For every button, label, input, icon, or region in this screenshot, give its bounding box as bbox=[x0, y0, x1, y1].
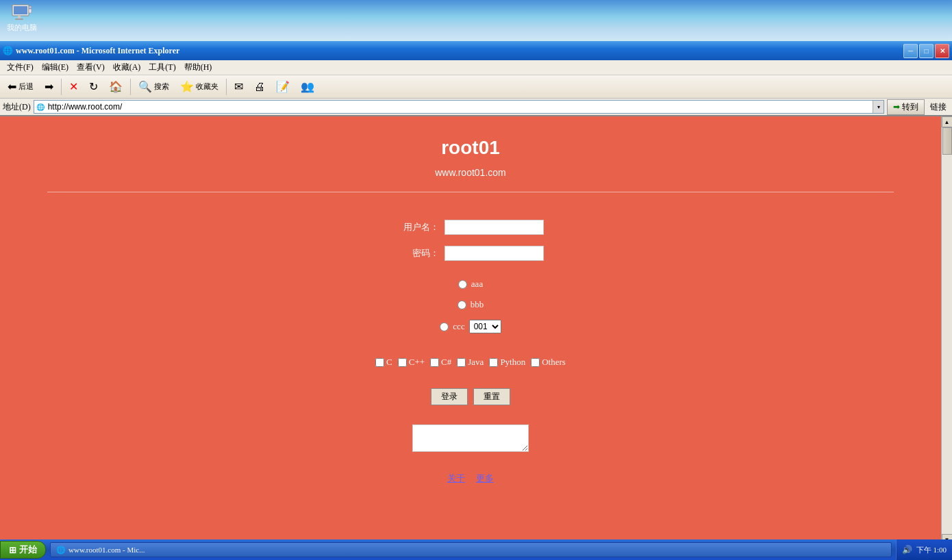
taskbar-tray: 🔊 下午 1:00 bbox=[896, 539, 952, 560]
message-textarea[interactable] bbox=[412, 424, 529, 452]
checkbox-java[interactable] bbox=[457, 358, 466, 367]
taskbar-items: 🌐 www.root01.com - Mic... bbox=[46, 542, 896, 557]
radio-aaa-label: aaa bbox=[471, 279, 483, 290]
scrollbar-thumb[interactable] bbox=[942, 127, 952, 155]
svg-rect-3 bbox=[15, 18, 23, 20]
cb-c-text: C bbox=[386, 357, 392, 368]
go-button[interactable]: ➡ 转到 bbox=[887, 99, 925, 115]
print-button[interactable]: 🖨 bbox=[249, 78, 270, 96]
print-icon: 🖨 bbox=[254, 81, 265, 93]
address-dropdown[interactable]: ▾ bbox=[873, 101, 884, 113]
address-ie-icon: 🌐 bbox=[34, 101, 47, 113]
checkbox-cs[interactable] bbox=[430, 358, 439, 367]
title-bar-text: www.root01.com - Microsoft Internet Expl… bbox=[16, 46, 179, 56]
cb-python-text: Python bbox=[500, 357, 525, 368]
login-button[interactable]: 登录 bbox=[431, 388, 468, 405]
stop-button[interactable]: ✕ bbox=[64, 77, 83, 96]
links-row: 关于 更多 bbox=[447, 472, 494, 485]
menu-file[interactable]: 文件(F) bbox=[3, 60, 38, 75]
menu-help[interactable]: 帮助(H) bbox=[180, 60, 216, 75]
clock: 下午 1:00 bbox=[916, 545, 947, 555]
refresh-button[interactable]: ↻ bbox=[84, 77, 103, 96]
radio-ccc-label: ccc bbox=[453, 321, 464, 332]
header-divider bbox=[47, 192, 894, 192]
search-label: 搜索 bbox=[154, 81, 169, 92]
radio-group: aaa bbb ccc 001 002 003 bbox=[440, 279, 501, 333]
back-label: 后退 bbox=[18, 81, 34, 92]
refresh-icon: ↻ bbox=[89, 80, 98, 93]
scrollbar-track bbox=[942, 127, 952, 534]
radio-aaa[interactable] bbox=[458, 280, 467, 289]
reset-button[interactable]: 重置 bbox=[473, 388, 510, 405]
checkbox-cs-label: C# bbox=[430, 357, 451, 368]
login-form: 用户名： 密码： aaa bbb bbox=[0, 206, 941, 501]
forward-button[interactable]: ➡ bbox=[40, 77, 58, 96]
checkbox-row: C C++ C# Java bbox=[375, 357, 566, 368]
password-label: 密码： bbox=[398, 247, 439, 259]
checkbox-cpp[interactable] bbox=[398, 358, 407, 367]
checkbox-others-label: Others bbox=[531, 357, 566, 368]
more-link[interactable]: 更多 bbox=[476, 472, 494, 485]
menu-tools[interactable]: 工具(T) bbox=[145, 60, 179, 75]
checkbox-c[interactable] bbox=[375, 358, 384, 367]
back-icon: ⬅ bbox=[8, 80, 16, 93]
checkbox-cpp-label: C++ bbox=[398, 357, 425, 368]
home-button[interactable]: 🏠 bbox=[104, 77, 127, 96]
menu-edit[interactable]: 编辑(E) bbox=[38, 60, 73, 75]
radio-aaa-row: aaa bbox=[458, 279, 483, 290]
start-button[interactable]: ⊞ 开始 bbox=[0, 541, 46, 559]
my-computer-icon[interactable]: 我的电脑 bbox=[7, 3, 37, 33]
ie-taskbar-button[interactable]: 🌐 www.root01.com - Mic... bbox=[50, 542, 892, 557]
edit-button[interactable]: 📝 bbox=[271, 77, 295, 96]
title-bar-controls: ─ □ ✕ bbox=[903, 44, 949, 58]
toolbar-separator-1 bbox=[61, 79, 62, 95]
address-input[interactable] bbox=[47, 101, 873, 113]
svg-rect-4 bbox=[29, 6, 32, 8]
links-button[interactable]: 链接 bbox=[927, 100, 949, 114]
menu-favorites[interactable]: 收藏(A) bbox=[109, 60, 145, 75]
ie-taskbar-label: www.root01.com - Mic... bbox=[68, 546, 145, 554]
ccc-select[interactable]: 001 002 003 bbox=[469, 320, 501, 333]
radio-bbb-label: bbb bbox=[471, 299, 484, 310]
address-label: 地址(D) bbox=[3, 101, 31, 113]
cb-others-text: Others bbox=[542, 357, 566, 368]
checkbox-others[interactable] bbox=[531, 358, 540, 367]
go-arrow-icon: ➡ bbox=[893, 102, 900, 112]
password-input[interactable] bbox=[444, 246, 544, 261]
address-input-wrap: 🌐 ▾ bbox=[34, 100, 884, 114]
svg-rect-2 bbox=[18, 16, 21, 18]
about-link[interactable]: 关于 bbox=[447, 472, 465, 485]
star-icon: ⭐ bbox=[180, 80, 194, 93]
webpage: root01 www.root01.com 用户名： 密码： bbox=[0, 116, 941, 545]
password-row: 密码： bbox=[398, 246, 544, 261]
maximize-button[interactable]: □ bbox=[919, 44, 934, 58]
scrollbar-up-button[interactable]: ▲ bbox=[942, 116, 953, 127]
search-button[interactable]: 🔍 搜索 bbox=[134, 77, 174, 96]
my-computer-label: 我的电脑 bbox=[7, 23, 37, 33]
home-icon: 🏠 bbox=[109, 80, 123, 93]
title-bar-left: 🌐 www.root01.com - Microsoft Internet Ex… bbox=[3, 46, 179, 56]
users-button[interactable]: 👥 bbox=[296, 77, 319, 96]
favorites-label: 收藏夹 bbox=[196, 81, 218, 92]
cb-java-text: Java bbox=[468, 357, 484, 368]
menu-view[interactable]: 查看(V) bbox=[73, 60, 109, 75]
page-header: root01 www.root01.com bbox=[0, 116, 941, 192]
radio-ccc[interactable] bbox=[440, 322, 449, 331]
checkbox-python-label: Python bbox=[489, 357, 525, 368]
minimize-button[interactable]: ─ bbox=[903, 44, 918, 58]
favorites-button[interactable]: ⭐ 收藏夹 bbox=[175, 77, 223, 96]
textarea-row bbox=[412, 424, 529, 455]
back-button[interactable]: ⬅ 后退 bbox=[3, 77, 38, 96]
checkbox-python[interactable] bbox=[489, 358, 498, 367]
close-button[interactable]: ✕ bbox=[935, 44, 949, 58]
windows-logo: ⊞ bbox=[9, 545, 16, 555]
cb-cpp-text: C++ bbox=[409, 357, 425, 368]
username-input[interactable] bbox=[444, 220, 544, 235]
mail-button[interactable]: ✉ bbox=[229, 77, 248, 96]
go-label: 转到 bbox=[902, 101, 918, 113]
xp-taskbar: ⊞ 开始 🌐 www.root01.com - Mic... 🔊 下午 1:00 bbox=[0, 539, 952, 560]
checkbox-c-label: C bbox=[375, 357, 392, 368]
start-label: 开始 bbox=[19, 544, 37, 556]
radio-bbb[interactable] bbox=[458, 301, 466, 309]
title-bar: 🌐 www.root01.com - Microsoft Internet Ex… bbox=[0, 41, 952, 60]
